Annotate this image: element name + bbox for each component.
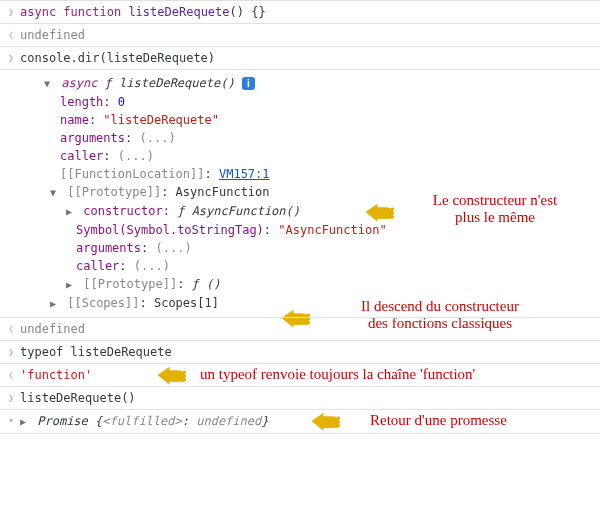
console-output-row: ▶ Promise {<fulfilled>: undefined} Retou… [0, 409, 600, 434]
log-marker-icon [4, 412, 18, 431]
code-keyword: function [63, 5, 121, 19]
console-input-row: async function listeDeRequete() {} [0, 0, 600, 23]
code-keyword: async [20, 5, 56, 19]
prop-symbol-tostringtag[interactable]: Symbol(Symbol.toStringTag): "AsyncFuncti… [44, 221, 596, 239]
object-tree: ▼ async ƒ listeDeRequete() i length: 0 n… [20, 74, 596, 313]
annotation-promise: Retour d'une promesse [370, 412, 570, 429]
result-promise[interactable]: Promise {<fulfilled>: undefined} [37, 414, 268, 428]
prop-arguments[interactable]: arguments: (...) [44, 129, 596, 147]
console-input-row: listeDeRequete() [0, 386, 600, 409]
console-input-row: console.dir(listeDeRequete) [0, 46, 600, 69]
code-fn-name: listeDeRequete [128, 5, 229, 19]
console-output-row: 'function' un typeof renvoie toujours la… [0, 363, 600, 386]
prop-function-location[interactable]: [[FunctionLocation]]: VM157:1 [44, 165, 596, 183]
result-undefined: undefined [20, 28, 85, 42]
expand-toggle-icon[interactable]: ▶ [66, 276, 76, 294]
code-line: typeof listeDeRequete [20, 345, 172, 359]
prop-caller[interactable]: caller: (...) [44, 257, 596, 275]
output-marker-icon [4, 320, 18, 338]
prop-length[interactable]: length: 0 [44, 93, 596, 111]
annotation-typeof: un typeof renvoie toujours la chaîne 'fu… [200, 366, 540, 383]
expand-toggle-icon[interactable]: ▶ [20, 413, 30, 431]
code-suffix: () {} [230, 5, 266, 19]
console-input-row: typeof listeDeRequete [0, 340, 600, 363]
prop-constructor[interactable]: ▶ constructor: ƒ AsyncFunction() [44, 202, 596, 221]
pointer-hand-icon [310, 407, 346, 434]
expand-toggle-icon[interactable]: ▶ [66, 203, 76, 221]
expand-toggle-icon[interactable]: ▼ [50, 184, 60, 202]
function-name: listeDeRequete() [119, 76, 235, 90]
input-marker-icon [4, 343, 18, 361]
code-line: listeDeRequete() [20, 391, 136, 405]
console-output-row: undefined [0, 23, 600, 46]
console-output-row: undefined [0, 317, 600, 340]
input-marker-icon [4, 49, 18, 67]
result-string: 'function' [20, 368, 92, 382]
code-line: console.dir(listeDeRequete) [20, 51, 215, 65]
prop-prototype[interactable]: ▼ [[Prototype]]: AsyncFunction [44, 183, 596, 202]
prop-name[interactable]: name: "listeDeRequete" [44, 111, 596, 129]
code-keyword: async [61, 76, 97, 90]
pointer-hand-icon [156, 361, 192, 389]
output-marker-icon [4, 26, 18, 44]
console-object-row: ▼ async ƒ listeDeRequete() i length: 0 n… [0, 69, 600, 317]
function-glyph: ƒ [105, 76, 112, 90]
vm-link[interactable]: VM157:1 [219, 167, 270, 181]
expand-toggle-icon[interactable]: ▶ [50, 295, 60, 313]
output-marker-icon [4, 366, 18, 384]
info-icon[interactable]: i [242, 77, 255, 90]
input-marker-icon [4, 3, 18, 21]
prop-prototype-inner[interactable]: ▶ [[Prototype]]: ƒ () [44, 275, 596, 294]
prop-caller[interactable]: caller: (...) [44, 147, 596, 165]
object-header[interactable]: ▼ async ƒ listeDeRequete() i [44, 74, 596, 93]
prop-scopes[interactable]: ▶ [[Scopes]]: Scopes[1] [44, 294, 596, 313]
result-undefined: undefined [20, 322, 85, 336]
prop-arguments[interactable]: arguments: (...) [44, 239, 596, 257]
expand-toggle-icon[interactable]: ▼ [44, 75, 54, 93]
input-marker-icon [4, 389, 18, 407]
